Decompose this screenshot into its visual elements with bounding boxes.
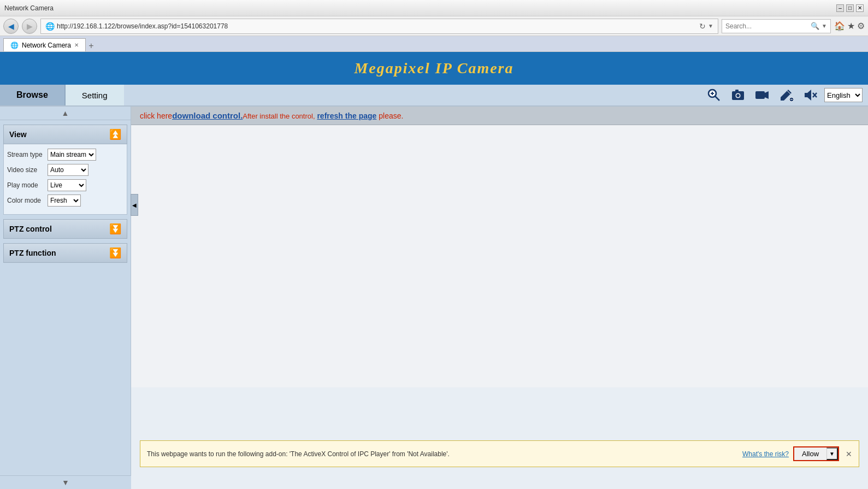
allow-button-wrap: Allow ▼ [793, 446, 839, 461]
sidebar: ▲ View ⏫ Stream type Main stream Sub str… [0, 107, 131, 489]
search-input[interactable] [725, 22, 808, 30]
nav-tools: English Chinese [699, 85, 868, 105]
ptz-function-collapse-icon[interactable]: ⏬ [109, 247, 121, 259]
page-title: Megapixel IP Camera [8, 60, 860, 77]
address-bar: 🌐 ↻ ▼ [40, 19, 718, 34]
svg-rect-8 [735, 90, 739, 92]
setting-label: Setting [82, 91, 108, 100]
setting-nav-button[interactable]: Setting [66, 85, 124, 105]
please-text: please. [376, 111, 403, 120]
svg-marker-14 [805, 90, 811, 101]
info-bar: click heredownload control.After install… [131, 107, 868, 125]
click-here-text: click here [140, 111, 172, 120]
sidebar-toggle-button[interactable]: ◀ [131, 194, 138, 216]
video-size-row: Video size Auto 640x480 1280x720 [7, 164, 123, 176]
mute-tool-icon[interactable] [800, 85, 820, 105]
allow-button[interactable]: Allow [794, 447, 826, 460]
nav-row: ◀ ▶ 🌐 ↻ ▼ 🔍 ▼ 🏠 ★ ⚙ [0, 16, 868, 36]
back-button[interactable]: ◀ [3, 19, 19, 34]
settings-icon[interactable]: ⚙ [857, 21, 865, 31]
browse-label: Browse [16, 90, 48, 100]
svg-rect-9 [755, 91, 765, 99]
video-size-label: Video size [7, 166, 45, 174]
favorites-icon[interactable]: ★ [847, 21, 855, 31]
ptz-control-section: PTZ control ⏬ [3, 219, 127, 239]
search-box: 🔍 ▼ [722, 19, 831, 33]
browser-toolbar-icons: 🏠 ★ ⚙ [834, 21, 865, 31]
video-size-select[interactable]: Auto 640x480 1280x720 [48, 164, 88, 176]
download-control-link[interactable]: download control. [172, 111, 243, 120]
tab-close-button[interactable]: ✕ [74, 42, 79, 48]
video-area [131, 125, 868, 387]
play-mode-label: Play mode [7, 181, 45, 189]
stream-type-row: Stream type Main stream Sub stream [7, 149, 123, 161]
activex-close-button[interactable]: ✕ [846, 450, 852, 458]
view-section-content: Stream type Main stream Sub stream Video… [3, 144, 127, 215]
tab-favicon: 🌐 [10, 42, 19, 49]
scroll-up-button[interactable]: ▲ [0, 107, 131, 120]
search-dropdown-icon[interactable]: ▼ [822, 23, 827, 29]
ptz-control-collapse-icon[interactable]: ⏬ [109, 223, 121, 235]
svg-point-7 [736, 94, 740, 97]
record-tool-icon[interactable] [752, 85, 772, 105]
after-text: After install the control, [243, 112, 315, 120]
ptz-tool-icon[interactable] [776, 85, 796, 105]
view-label: View [9, 130, 27, 139]
page-icon: 🌐 [45, 22, 55, 31]
tab-label: Network Camera [22, 42, 71, 49]
page-header: Megapixel IP Camera [0, 52, 868, 85]
ptz-control-label: PTZ control [9, 225, 52, 233]
scroll-down-button[interactable]: ▼ [0, 475, 131, 489]
snapshot-tool-icon[interactable] [728, 85, 748, 105]
ptz-function-section: PTZ function ⏬ [3, 243, 127, 263]
address-input[interactable] [57, 22, 697, 30]
color-mode-label: Color mode [7, 197, 45, 204]
forward-button[interactable]: ▶ [22, 19, 37, 34]
play-mode-select[interactable]: Live Playback [48, 179, 86, 191]
home-icon[interactable]: 🏠 [834, 21, 845, 31]
browse-nav-button[interactable]: Browse [0, 85, 66, 105]
refresh-icon[interactable]: ↻ [699, 22, 706, 31]
main-content: click heredownload control.After install… [131, 107, 868, 489]
title-bar-left: Network Camera [4, 4, 54, 12]
allow-dropdown-button[interactable]: ▼ [826, 447, 838, 460]
title-bar: Network Camera – □ ✕ [0, 0, 868, 16]
search-icon[interactable]: 🔍 [811, 22, 819, 30]
window-title: Network Camera [4, 4, 54, 12]
browser-chrome: Network Camera – □ ✕ ◀ ▶ 🌐 ↻ ▼ 🔍 ▼ 🏠 ★ ⚙ [0, 0, 868, 52]
close-button[interactable]: ✕ [856, 4, 864, 12]
stream-type-select[interactable]: Main stream Sub stream [48, 149, 96, 161]
whats-risk-link[interactable]: What's the risk? [742, 450, 789, 458]
play-mode-row: Play mode Live Playback [7, 179, 123, 191]
window-controls: – □ ✕ [836, 4, 864, 12]
nav-spacer [124, 85, 699, 105]
info-text: click heredownload control.After install… [140, 111, 403, 120]
svg-line-1 [715, 96, 719, 101]
view-collapse-icon[interactable]: ⏫ [109, 128, 121, 140]
maximize-button[interactable]: □ [846, 4, 854, 12]
activex-message: This webpage wants to run the following … [147, 450, 738, 458]
active-tab[interactable]: 🌐 Network Camera ✕ [3, 38, 86, 51]
view-section-header[interactable]: View ⏫ [3, 125, 127, 144]
stream-type-label: Stream type [7, 151, 45, 158]
new-tab-button[interactable]: + [86, 40, 97, 51]
content-area: ▲ View ⏫ Stream type Main stream Sub str… [0, 107, 868, 489]
minimize-button[interactable]: – [836, 4, 844, 12]
color-mode-select[interactable]: Fresh Vivid Natural [48, 195, 81, 207]
language-select[interactable]: English Chinese [824, 88, 863, 102]
activex-bar: This webpage wants to run the following … [140, 440, 859, 467]
main-nav: Browse Setting [0, 85, 868, 107]
tab-bar: 🌐 Network Camera ✕ + [0, 36, 868, 51]
ptz-function-header[interactable]: PTZ function ⏬ [3, 243, 127, 263]
ptz-function-label: PTZ function [9, 249, 56, 257]
view-section: View ⏫ Stream type Main stream Sub strea… [3, 125, 127, 215]
ptz-control-header[interactable]: PTZ control ⏬ [3, 219, 127, 239]
dropdown-icon[interactable]: ▼ [708, 23, 713, 29]
zoom-tool-icon[interactable] [704, 85, 724, 105]
color-mode-row: Color mode Fresh Vivid Natural [7, 195, 123, 207]
refresh-page-link[interactable]: refresh the page [317, 111, 376, 120]
svg-marker-10 [765, 91, 769, 99]
